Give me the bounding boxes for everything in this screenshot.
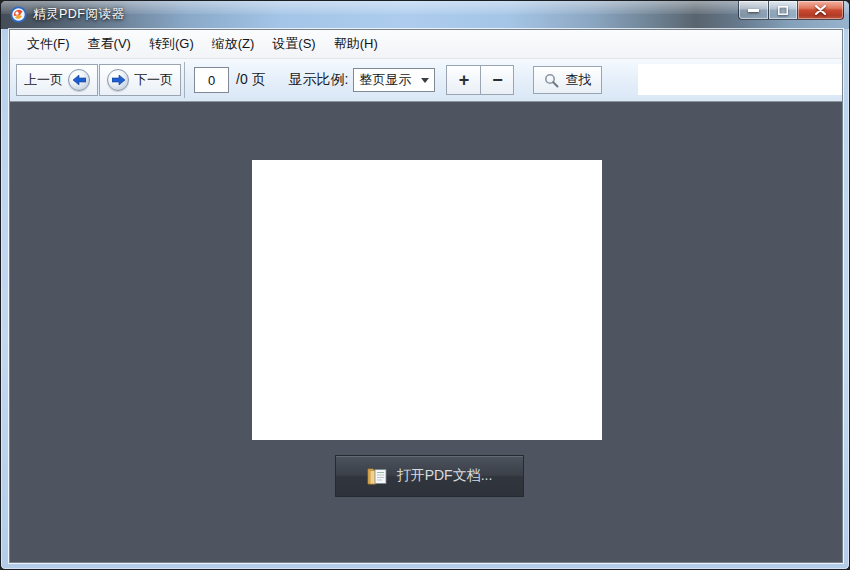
open-document-icon — [367, 466, 388, 486]
display-ratio-label: 显示比例: — [289, 71, 349, 89]
zoom-in-button[interactable]: + — [447, 66, 480, 94]
menu-view[interactable]: 查看(V) — [79, 31, 140, 57]
prev-page-label: 上一页 — [24, 71, 63, 89]
menu-zoom[interactable]: 缩放(Z) — [203, 31, 264, 57]
next-page-button[interactable]: 下一页 — [99, 64, 181, 96]
search-input[interactable] — [638, 64, 842, 95]
menu-goto[interactable]: 转到(G) — [140, 31, 203, 57]
page-total-label: /0 页 — [236, 71, 266, 89]
titlebar-left: 精灵PDF阅读器 — [10, 6, 125, 23]
pdf-page-blank — [252, 160, 602, 440]
search-icon — [544, 73, 559, 88]
zoom-button-group: + − — [446, 65, 514, 95]
close-icon — [815, 5, 826, 15]
open-pdf-label: 打开PDF文档... — [397, 467, 493, 485]
next-page-arrow-button[interactable] — [107, 69, 129, 91]
maximize-icon — [778, 6, 788, 15]
maximize-button[interactable] — [769, 1, 798, 20]
minimize-icon — [748, 8, 759, 13]
menubar: 文件(F) 查看(V) 转到(G) 缩放(Z) 设置(S) 帮助(H) — [10, 30, 842, 59]
app-logo-icon — [10, 6, 27, 23]
window-title: 精灵PDF阅读器 — [33, 6, 125, 23]
minimize-button[interactable] — [738, 1, 769, 20]
next-page-label: 下一页 — [134, 71, 173, 89]
document-area: 打开PDF文档... — [10, 101, 842, 562]
menu-file[interactable]: 文件(F) — [18, 31, 79, 57]
display-ratio-select[interactable]: 整页显示 — [353, 68, 435, 92]
chevron-down-icon — [421, 78, 429, 83]
prev-page-arrow-button[interactable] — [68, 69, 90, 91]
menu-settings[interactable]: 设置(S) — [263, 31, 324, 57]
arrow-left-icon — [73, 75, 86, 85]
zoom-out-button[interactable]: − — [480, 66, 513, 94]
toolbar-separator — [184, 62, 185, 98]
display-ratio-value: 整页显示 — [359, 71, 411, 89]
window-controls — [738, 1, 844, 20]
open-pdf-button[interactable]: 打开PDF文档... — [335, 455, 524, 497]
titlebar[interactable]: 精灵PDF阅读器 — [1, 1, 849, 29]
page-number-input[interactable] — [194, 67, 229, 93]
app-window: 精灵PDF阅读器 文件(F) 查看(V) 转到(G) 缩放(Z) 设置(S) 帮… — [0, 0, 850, 570]
window-body: 文件(F) 查看(V) 转到(G) 缩放(Z) 设置(S) 帮助(H) 上一页 — [9, 29, 843, 563]
close-button[interactable] — [798, 1, 844, 20]
arrow-right-icon — [112, 75, 125, 85]
find-button[interactable]: 查找 — [533, 66, 602, 94]
prev-page-button[interactable]: 上一页 — [16, 64, 98, 96]
menu-help[interactable]: 帮助(H) — [325, 31, 387, 57]
toolbar: 上一页 下一页 /0 页 显示比例: 整 — [10, 59, 842, 101]
find-label: 查找 — [565, 71, 591, 89]
